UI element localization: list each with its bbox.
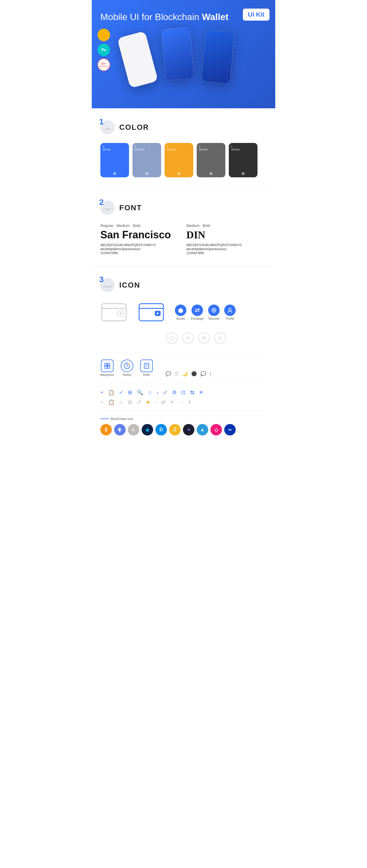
profile-icon[interactable]	[224, 305, 236, 316]
tool-close[interactable]: ✕	[199, 389, 203, 396]
assets-label: Assets	[176, 317, 185, 320]
polkadot-icon[interactable]: ∞	[224, 424, 236, 435]
assets-icon-outline[interactable]	[166, 332, 178, 344]
blockchain-label: BlockChain Icon	[101, 417, 266, 421]
tool-star[interactable]: ☆	[148, 389, 152, 396]
swatch-dark-code: #303030	[231, 145, 255, 151]
zcoin-icon[interactable]: Z	[169, 424, 181, 435]
order-icon[interactable]	[140, 360, 153, 372]
tool-back[interactable]: ‹	[157, 390, 159, 396]
order-label: Order	[143, 373, 150, 376]
tool-plus-gray: +	[101, 399, 104, 405]
tool-plus[interactable]: +	[101, 390, 104, 396]
management-icon[interactable]	[101, 360, 114, 372]
exchange-icon[interactable]	[192, 305, 203, 316]
tool-search[interactable]: 🔍	[137, 389, 143, 396]
svg-rect-1	[102, 308, 126, 309]
section-header-font: 2 TWO FONT	[101, 200, 266, 215]
tool-grid[interactable]: ⊞	[128, 389, 132, 396]
swatch-gray-dot	[209, 172, 213, 175]
swatch-periwinkle: #8DA0C8	[133, 143, 161, 177]
tools-row-blue: + 📋 ✓ ⊞ 🔍 ☆ ‹ ⤢ ⚙ ⊡ ⇆ ✕	[101, 389, 266, 396]
grid-icon[interactable]: ✦	[183, 424, 194, 435]
phone-mockup-area	[101, 28, 266, 91]
dash-icon[interactable]: D	[156, 424, 167, 435]
swatch-blue-code: #3574fA	[103, 145, 127, 151]
ethereum-icon[interactable]	[114, 424, 125, 435]
tool-export[interactable]: ⊡	[181, 389, 186, 396]
swatch-orange-code: #F5A623	[167, 145, 191, 151]
tool-info-gray: ℹ	[189, 399, 191, 405]
wallet-wireframe-icon	[101, 301, 129, 324]
font-grid: Regular · Medium · Bold San Francisco AB…	[101, 223, 266, 255]
tool-check-gray: ✓	[119, 399, 123, 405]
arweave-icon[interactable]: ▲	[197, 424, 208, 435]
icon-profile: Profile	[224, 305, 236, 320]
discover-icon[interactable]	[208, 305, 220, 316]
swatch-periwinkle-dot	[145, 172, 148, 175]
blockchain-text: BlockChain Icon	[111, 417, 134, 421]
color-section-label: ONE	[105, 127, 110, 130]
color-section-number: 1	[99, 118, 104, 126]
icon-exchange: Exchange	[191, 305, 204, 320]
small-icons-row: 💬 ☰ 🌙 ⚫ 💭 ℹ	[160, 371, 211, 376]
svg-marker-12	[170, 336, 174, 341]
svg-rect-19	[108, 366, 110, 368]
swatch-blue-dot	[113, 172, 116, 175]
font-section-label: TWO	[105, 208, 111, 211]
svg-point-14	[203, 337, 205, 339]
tool-swap[interactable]: ⇆	[190, 389, 194, 396]
section-num-font: 2 TWO	[101, 200, 115, 215]
icon-section-label: THREE	[103, 285, 112, 288]
swatch-periwinkle-code: #8DA0C8	[135, 145, 159, 151]
profile-label: Profile	[226, 317, 234, 320]
swatch-dark: #303030	[229, 143, 257, 177]
svg-point-10	[213, 309, 215, 311]
svg-rect-18	[105, 366, 107, 368]
font-section-title: FONT	[119, 204, 142, 212]
phone-center	[161, 27, 194, 81]
svg-marker-28	[120, 430, 122, 432]
exchange-label: Exchange	[191, 317, 204, 320]
diamond-icon[interactable]: ◇	[210, 424, 222, 435]
exchange-icon-outline[interactable]	[182, 332, 194, 344]
bitcoin-icon[interactable]: ₿	[101, 424, 112, 435]
small-stack-icon: ☰	[175, 371, 179, 376]
tool-share[interactable]: ⤢	[163, 389, 167, 396]
svg-marker-8	[178, 308, 183, 313]
tool-doc[interactable]: 📋	[108, 389, 114, 396]
discover-icon-outline[interactable]	[198, 332, 210, 344]
litecoin-icon[interactable]: Ł	[128, 424, 139, 435]
icon-inner-divider	[101, 352, 266, 353]
icon-section: 3 THREE ICON	[92, 267, 275, 447]
svg-rect-5	[139, 308, 163, 309]
hero-title-bold: Wallet	[202, 12, 228, 22]
swatch-orange-dot	[177, 172, 180, 175]
sf-meta: Regular · Medium · Bold	[101, 223, 181, 228]
color-section-title: COLOR	[119, 123, 149, 132]
history-icon[interactable]	[121, 360, 133, 372]
assets-icon[interactable]	[175, 305, 186, 316]
icon-discover: Discover	[208, 305, 220, 320]
tool-grid-gray: ⊞	[128, 399, 132, 405]
svg-marker-27	[118, 427, 120, 430]
hero-title: Mobile UI for Blockchain Wallet	[101, 11, 266, 22]
din-name: DIN	[186, 229, 266, 241]
blockchain-line	[101, 418, 109, 419]
swatch-gray: #666666	[197, 143, 225, 177]
management-label: Mangment	[101, 373, 114, 376]
swatch-blue: #3574fA	[101, 143, 129, 177]
wings-icon[interactable]: ◆	[142, 424, 153, 435]
svg-point-11	[229, 308, 231, 311]
din-lowercase: abcdefghijklmnopqrstuvwxyz	[186, 247, 266, 251]
svg-rect-16	[105, 363, 107, 366]
tool-check[interactable]: ✓	[119, 389, 123, 396]
tool-back-gray: ‹	[155, 399, 157, 405]
sf-numbers: 1234567890	[101, 251, 181, 255]
swatch-gray-code: #666666	[199, 145, 223, 151]
hero-section: Mobile UI for Blockchain Wallet UI Kit P…	[92, 0, 275, 108]
din-numbers: 1234567890	[186, 251, 266, 255]
tool-gear[interactable]: ⚙	[172, 389, 177, 396]
profile-icon-outline[interactable]	[215, 332, 226, 344]
wallet-blue-icon	[138, 301, 166, 324]
